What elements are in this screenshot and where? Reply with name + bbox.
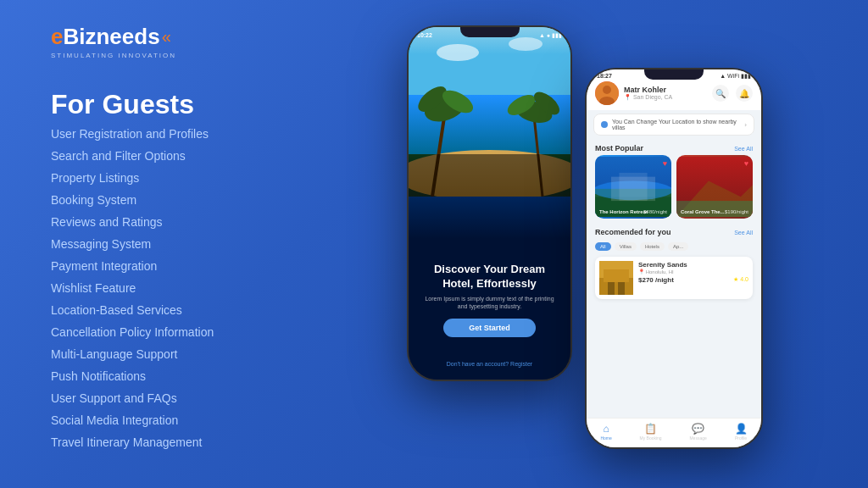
get-started-button[interactable]: Get Started xyxy=(443,319,536,337)
hotel-price: $270 /night xyxy=(638,276,674,284)
see-all-popular[interactable]: See All xyxy=(734,146,753,152)
user-location: 📍 San Diego, CA xyxy=(624,94,707,101)
phone-1-register: Don't have an account? Register xyxy=(409,361,570,367)
chevron-right-icon: › xyxy=(744,121,747,129)
feature-list-item: Booking System xyxy=(51,191,214,209)
phone-1-screen: 10:22 ▲ ● ▮▮▮ xyxy=(409,27,570,380)
svg-point-15 xyxy=(603,86,611,94)
location-pin-icon: 📍 xyxy=(624,94,632,100)
feature-list-item: User Support and FAQs xyxy=(51,390,214,408)
hotel-img-svg xyxy=(599,261,633,295)
message-icon: 💬 xyxy=(692,423,704,435)
category-tab-villas[interactable]: Villas xyxy=(615,242,637,251)
feature-list-item: Reviews and Ratings xyxy=(51,214,214,231)
category-tab-all[interactable]: All xyxy=(595,242,611,251)
most-popular-title: Most Popular xyxy=(595,144,643,152)
svg-rect-29 xyxy=(618,282,625,295)
logo: e Bizneeds « xyxy=(51,24,176,50)
svg-point-2 xyxy=(509,37,542,51)
profile-icon: 👤 xyxy=(735,423,748,435)
feature-list-item: Location-Based Services xyxy=(51,302,214,319)
card-2-name: Coral Grove The... xyxy=(681,209,725,214)
card-2-heart-icon[interactable]: ♥ xyxy=(744,159,748,168)
see-all-recommended[interactable]: See All xyxy=(734,230,753,236)
nav-profile[interactable]: 👤 Profile xyxy=(735,423,748,441)
user-avatar xyxy=(595,81,619,105)
beach-svg xyxy=(409,27,570,197)
hotel-details: Serenity Sands 📍 Honolulu, HI $270 /nigh… xyxy=(638,261,748,295)
user-text: Matr Kohler 📍 San Diego, CA xyxy=(624,86,707,101)
feature-list-item: Payment Integration xyxy=(51,258,214,275)
feature-list-item: Messaging System xyxy=(51,236,214,253)
bottom-nav: ⌂ Home 📋 My Booking 💬 Message 👤 Profile xyxy=(587,418,761,447)
category-tab-ap[interactable]: Ap... xyxy=(668,242,688,251)
hotel-rating: ★ 4.0 xyxy=(733,276,748,283)
card-1-price: $480/night xyxy=(643,209,667,214)
feature-list-item: Social Media Integration xyxy=(51,412,214,430)
nav-home[interactable]: ⌂ Home xyxy=(600,423,611,441)
location-dot-icon xyxy=(601,121,608,128)
logo-name: Bizneeds xyxy=(63,24,159,50)
logo-e: e xyxy=(51,24,63,50)
location-change-bar[interactable]: You Can Change Your Location to show nea… xyxy=(593,114,754,136)
logo-arrow-icon: « xyxy=(162,27,171,47)
phone-1-notch xyxy=(460,27,520,37)
phone-1: 10:22 ▲ ● ▮▮▮ xyxy=(407,25,572,381)
recommended-header: Recomended for you See All xyxy=(587,223,761,239)
card-2-price: $190/night xyxy=(725,209,748,214)
phone-2-notch xyxy=(644,69,704,80)
svg-point-1 xyxy=(437,44,479,61)
card-1-heart-icon[interactable]: ♥ xyxy=(663,159,667,168)
feature-list-item: Property Listings xyxy=(51,169,214,187)
username: Matr Kohler xyxy=(624,86,707,94)
phones-container: 10:22 ▲ ● ▮▮▮ xyxy=(390,17,865,474)
hotel-card-1[interactable]: ♥ The Horizon Retreat $480/night xyxy=(595,155,671,219)
nav-message[interactable]: 💬 Message xyxy=(689,423,706,441)
svg-rect-30 xyxy=(604,269,629,282)
hotel-card-2[interactable]: ♥ Coral Grove The... $190/night xyxy=(676,155,753,219)
avatar-svg xyxy=(595,81,619,105)
category-tabs: AllVillasHotelsAp... xyxy=(587,239,761,254)
phone-1-time: 10:22 xyxy=(417,32,432,39)
feature-list-item: Search and Filter Options xyxy=(51,147,214,165)
phone-1-register-link[interactable]: Register xyxy=(510,361,532,367)
feature-list-item: Push Notifications xyxy=(51,368,214,385)
popular-cards-row: ♥ The Horizon Retreat $480/night xyxy=(587,155,761,219)
nav-message-label: Message xyxy=(689,435,706,441)
hotel-pin-icon: 📍 xyxy=(638,269,644,274)
recommended-hotel-card[interactable]: Serenity Sands 📍 Honolulu, HI $270 /nigh… xyxy=(595,257,753,299)
home-icon: ⌂ xyxy=(603,423,609,435)
svg-rect-28 xyxy=(608,282,615,295)
header-action-icons: 🔍 🔔 xyxy=(712,85,753,102)
nav-home-label: Home xyxy=(600,435,611,441)
bell-icon[interactable]: 🔔 xyxy=(736,85,753,102)
feature-list-item: Travel Itinerary Management xyxy=(51,434,214,452)
nav-profile-label: Profile xyxy=(735,435,747,441)
phone-1-title: Discover Your Dream Hotel, Effortlessly xyxy=(421,263,558,291)
feature-list-item: Cancellation Policy Information xyxy=(51,324,214,341)
feature-list-item: Wishlist Feature xyxy=(51,280,214,297)
hotel-location: 📍 Honolulu, HI xyxy=(638,269,748,274)
card-1-price-text: $480/night xyxy=(643,209,667,214)
phone-2-time: 18:27 xyxy=(597,73,612,80)
booking-icon: 📋 xyxy=(644,423,657,435)
page-title: For Guests xyxy=(51,89,194,120)
card-1-name: The Horizon Retreat xyxy=(599,209,648,214)
phone-1-subtitle: Lorem Ipsum is simply dummy text of the … xyxy=(421,295,558,310)
hotel-name: Serenity Sands xyxy=(638,261,748,269)
nav-booking[interactable]: 📋 My Booking xyxy=(640,423,662,441)
feature-list-item: User Registration and Profiles xyxy=(51,125,214,143)
hotel-location-text: Honolulu, HI xyxy=(646,269,674,274)
feature-list-item: Multi-Language Support xyxy=(51,346,214,363)
nav-booking-label: My Booking xyxy=(640,435,662,441)
location-bar-text: You Can Change Your Location to show nea… xyxy=(612,119,740,130)
phone-1-content: Discover Your Dream Hotel, Effortlessly … xyxy=(409,263,570,337)
svg-rect-22 xyxy=(619,173,647,201)
phone-2-screen: 18:27 ▲ WiFi ▮▮▮ Matr Kohler 📍 San D xyxy=(587,69,761,447)
user-location-text: San Diego, CA xyxy=(633,94,672,100)
phone-2: 18:27 ▲ WiFi ▮▮▮ Matr Kohler 📍 San D xyxy=(585,68,763,449)
search-icon[interactable]: 🔍 xyxy=(712,85,729,102)
category-tab-hotels[interactable]: Hotels xyxy=(640,242,665,251)
phone-1-beach-image xyxy=(409,27,570,197)
phone-1-register-text: Don't have an account? xyxy=(447,361,509,367)
